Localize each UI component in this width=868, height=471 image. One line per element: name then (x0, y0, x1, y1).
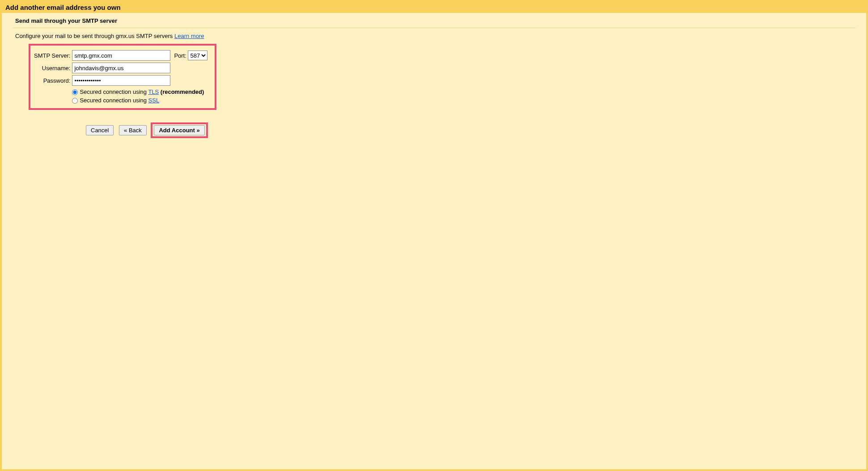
cancel-button[interactable]: Cancel (86, 125, 114, 135)
smtp-form-area: SMTP Server: Port: 587 Username: (29, 44, 216, 138)
tls-text-prefix: Secured connection using (80, 88, 148, 95)
ssl-text-prefix: Secured connection using (80, 97, 148, 104)
intro-text: Configure your mail to be sent through g… (2, 28, 866, 42)
tls-option[interactable]: Secured connection using TLS (recommende… (72, 88, 207, 96)
dialog-subtitle: Send mail through your SMTP server (2, 13, 866, 28)
port-select[interactable]: 587 (188, 50, 207, 60)
ssl-radio[interactable] (72, 98, 78, 104)
username-input[interactable] (72, 63, 170, 73)
password-row: Password: (33, 74, 208, 87)
port-label: Port: (174, 52, 186, 59)
button-row: Cancel « Back Add Account » (86, 122, 216, 138)
tls-link[interactable]: TLS (148, 88, 159, 95)
form-highlight-box: SMTP Server: Port: 587 Username: (29, 44, 216, 110)
dialog-title: Add another email address you own (5, 4, 121, 11)
learn-more-link[interactable]: Learn more (174, 33, 204, 39)
smtp-server-row: SMTP Server: Port: 587 (33, 49, 208, 62)
ssl-link[interactable]: SSL (148, 97, 160, 104)
tls-radio[interactable] (72, 89, 78, 95)
smtp-form-table: SMTP Server: Port: 587 Username: (33, 49, 208, 105)
dialog-title-bar: Add another email address you own (2, 2, 866, 13)
password-label: Password: (33, 74, 71, 87)
back-button[interactable]: « Back (119, 125, 147, 135)
tls-recommended: (recommended) (159, 88, 204, 95)
smtp-server-input[interactable] (72, 50, 170, 61)
smtp-server-label: SMTP Server: (33, 49, 71, 62)
username-row: Username: (33, 62, 208, 74)
tls-row: Secured connection using TLS (recommende… (33, 87, 208, 105)
username-label: Username: (33, 62, 71, 74)
add-account-highlight: Add Account » (151, 122, 207, 138)
add-account-button[interactable]: Add Account » (154, 125, 204, 135)
ssl-option[interactable]: Secured connection using SSL (72, 96, 207, 105)
intro-message: Configure your mail to be sent through g… (15, 33, 174, 39)
password-input[interactable] (72, 75, 170, 86)
dialog-container: Add another email address you own Send m… (2, 2, 866, 469)
